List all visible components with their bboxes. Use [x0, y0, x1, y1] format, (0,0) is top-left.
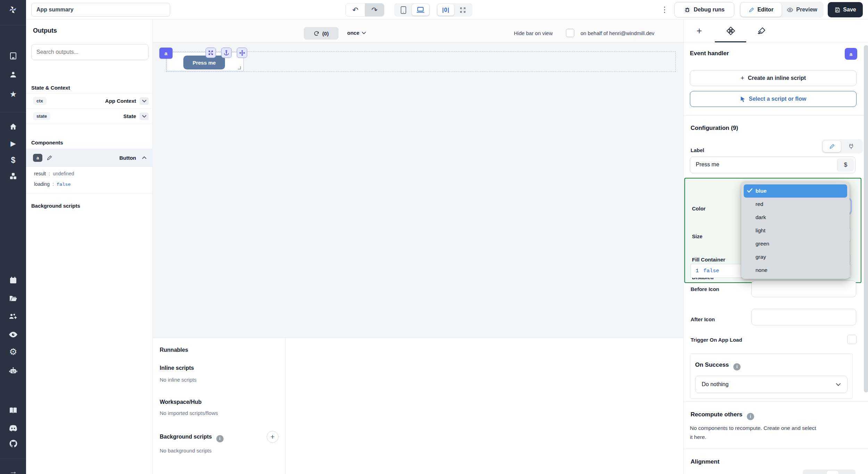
component-row-button[interactable]: a Button: [26, 149, 153, 167]
sidebar-expand-button[interactable]: →: [9, 467, 18, 474]
state-context-title: State & Context: [31, 85, 70, 91]
color-option-blue[interactable]: blue: [744, 184, 847, 198]
sidebar-item-ai[interactable]: [9, 366, 18, 375]
book-icon: [9, 407, 18, 414]
label-input[interactable]: Press me $: [690, 157, 856, 173]
add-background-script-button[interactable]: +: [267, 431, 278, 443]
refresh-components-button[interactable]: (0): [304, 27, 339, 40]
tab-insert-component[interactable]: +: [684, 19, 715, 42]
rename-pencil-icon[interactable]: [47, 155, 52, 161]
color-option-green[interactable]: green: [744, 237, 847, 250]
connect-value-button[interactable]: $: [837, 158, 854, 172]
tab-preview[interactable]: Preview: [782, 3, 823, 17]
right-panel-scrollbar[interactable]: [864, 45, 868, 392]
info-icon[interactable]: i: [216, 435, 224, 442]
after-icon-input[interactable]: [751, 309, 856, 325]
label-field-label: Label: [691, 147, 704, 153]
sidebar-item-favorites[interactable]: ★: [9, 90, 18, 99]
ctx-expand-button[interactable]: [140, 97, 149, 105]
before-icon-input[interactable]: [751, 281, 856, 297]
debug-runs-button[interactable]: Debug runs: [674, 2, 734, 17]
color-option-dark[interactable]: dark: [744, 211, 847, 224]
component-id-badge[interactable]: a: [159, 48, 173, 59]
alignment-title: Alignment: [691, 458, 719, 465]
color-field-label: Color: [692, 206, 706, 211]
alignment-toggle-partial[interactable]: [803, 469, 856, 474]
tab-styling[interactable]: [746, 19, 777, 42]
info-icon[interactable]: i: [747, 413, 754, 420]
color-option-label: green: [756, 241, 769, 247]
info-icon[interactable]: i: [733, 363, 741, 371]
state-expand-button[interactable]: [140, 113, 149, 120]
debug-runs-label: Debug runs: [694, 7, 725, 13]
undo-button[interactable]: ↶: [346, 3, 365, 16]
color-option-label: none: [756, 267, 767, 273]
expand-component-button[interactable]: [206, 48, 216, 58]
pencil-icon: [829, 143, 835, 149]
sidebar-item-audit[interactable]: [9, 330, 18, 339]
search-outputs-input[interactable]: [31, 44, 149, 60]
select-script-or-flow-button[interactable]: Select a script or flow: [690, 91, 857, 107]
desktop-view-button[interactable]: [412, 4, 429, 16]
plus-icon: +: [696, 26, 702, 36]
github-icon: [9, 439, 18, 448]
inline-scripts-title: Inline scripts: [160, 365, 194, 371]
hide-bar-checkbox[interactable]: [566, 29, 574, 37]
mobile-view-button[interactable]: [395, 4, 412, 16]
result-output-row[interactable]: result:undefined: [34, 171, 74, 176]
after-icon-label: After Icon: [691, 316, 715, 322]
static-mode-button[interactable]: [823, 141, 841, 152]
sidebar-item-home[interactable]: [9, 122, 18, 131]
sidebar-item-docs[interactable]: [9, 406, 18, 415]
arrow-right-icon: →: [9, 467, 17, 474]
save-label: Save: [843, 7, 856, 13]
fill-container-label: Fill Container: [692, 257, 725, 263]
loading-output-row[interactable]: loading:false: [34, 181, 71, 187]
windmill-logo[interactable]: [0, 0, 26, 19]
anchor-component-button[interactable]: [221, 48, 232, 58]
sidebar-item-discord[interactable]: [9, 424, 18, 433]
color-option-red[interactable]: red: [744, 198, 847, 211]
recompute-empty-text: No components to recompute. Create one a…: [690, 424, 816, 442]
anchor-icon: [224, 50, 229, 56]
move-component-button[interactable]: [237, 48, 247, 58]
tab-editor[interactable]: Editor: [741, 3, 782, 17]
sidebar-item-runs[interactable]: ▶: [9, 139, 18, 148]
sidebar-item-settings[interactable]: ⚙: [9, 347, 18, 356]
color-option-light[interactable]: light: [744, 224, 847, 237]
create-inline-script-button[interactable]: + Create an inline script: [690, 70, 857, 86]
redo-button[interactable]: ↷: [365, 3, 384, 16]
on-success-select[interactable]: Do nothing: [695, 376, 848, 393]
sidebar-item-workspace[interactable]: [9, 51, 18, 60]
sidebar-item-folders[interactable]: [9, 294, 18, 303]
settings-tab-bar: +: [684, 19, 868, 42]
background-scripts-label: Background scripts: [160, 434, 212, 440]
sidebar-item-user[interactable]: [9, 70, 18, 79]
sidebar-item-github[interactable]: [9, 439, 18, 448]
color-option-gray[interactable]: gray: [744, 250, 847, 264]
sidebar-item-variables[interactable]: $: [9, 156, 18, 165]
resize-handle[interactable]: [238, 66, 241, 69]
trigger-on-app-load-checkbox[interactable]: [847, 335, 857, 344]
run-mode-select[interactable]: once: [347, 30, 366, 36]
calendar-icon: [9, 276, 17, 284]
connect-mode-button[interactable]: [841, 143, 861, 150]
output-row-state[interactable]: state State: [26, 108, 153, 124]
sidebar-item-schedules[interactable]: [9, 276, 18, 285]
tab-component-settings[interactable]: [715, 19, 746, 42]
component-collapse-button[interactable]: [140, 154, 149, 161]
center-canvas-button[interactable]: |0|: [437, 4, 454, 16]
laptop-icon: [416, 7, 425, 13]
sidebar-item-groups[interactable]: [9, 312, 18, 321]
save-button[interactable]: Save: [828, 2, 863, 17]
fullscreen-button[interactable]: [454, 4, 471, 16]
eye-icon: [9, 331, 18, 338]
result-value: undefined: [53, 171, 74, 176]
more-options-button[interactable]: ⋮: [661, 5, 668, 14]
app-summary-input[interactable]: [31, 3, 170, 17]
dollar-icon: $: [11, 156, 16, 165]
canvas-button-component[interactable]: Press me: [183, 56, 225, 69]
color-option-none[interactable]: none: [744, 264, 847, 277]
output-row-ctx[interactable]: ctx App Context: [26, 93, 153, 108]
sidebar-item-resources[interactable]: [9, 172, 18, 181]
